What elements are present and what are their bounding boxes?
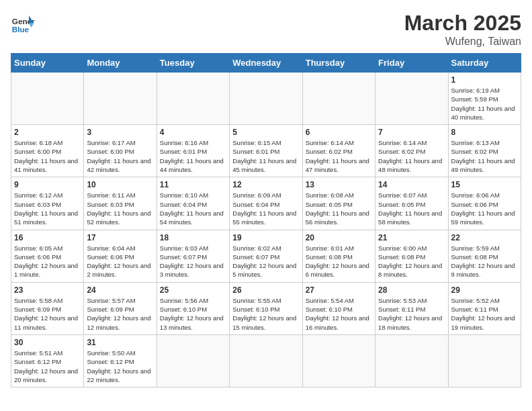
day-info: Sunrise: 6:13 AM Sunset: 6:02 PM Dayligh… — [451, 138, 518, 174]
generalblue-logo-icon: General Blue — [11, 11, 35, 35]
day-number: 8 — [451, 128, 518, 137]
day-info: Sunrise: 6:09 AM Sunset: 6:04 PM Dayligh… — [232, 191, 299, 226]
table-row: 1Sunrise: 6:19 AM Sunset: 5:59 PM Daylig… — [448, 73, 521, 125]
day-number: 17 — [87, 233, 153, 242]
day-info: Sunrise: 5:55 AM Sunset: 6:10 PM Dayligh… — [232, 296, 299, 332]
day-info: Sunrise: 6:14 AM Sunset: 6:02 PM Dayligh… — [378, 138, 445, 174]
header-thursday: Thursday — [302, 54, 375, 73]
table-row: 18Sunrise: 6:03 AM Sunset: 6:07 PM Dayli… — [157, 230, 229, 282]
title-area: March 2025 Wufeng, Taiwan — [404, 11, 521, 48]
day-info: Sunrise: 6:02 AM Sunset: 6:07 PM Dayligh… — [232, 244, 299, 279]
day-number: 5 — [232, 128, 299, 137]
calendar-table: Sunday Monday Tuesday Wednesday Thursday… — [11, 53, 521, 387]
day-number: 22 — [451, 233, 518, 242]
header-wednesday: Wednesday — [230, 54, 302, 73]
table-row: 9Sunrise: 6:12 AM Sunset: 6:03 PM Daylig… — [11, 177, 84, 230]
day-number: 18 — [160, 233, 226, 242]
day-info: Sunrise: 6:00 AM Sunset: 6:08 PM Dayligh… — [378, 244, 445, 279]
day-number: 13 — [306, 180, 372, 189]
table-row: 12Sunrise: 6:09 AM Sunset: 6:04 PM Dayli… — [230, 177, 302, 230]
table-row: 27Sunrise: 5:54 AM Sunset: 6:10 PM Dayli… — [302, 282, 375, 334]
table-row: 30Sunrise: 5:51 AM Sunset: 6:12 PM Dayli… — [11, 334, 84, 387]
day-number: 11 — [160, 180, 226, 189]
table-row: 11Sunrise: 6:10 AM Sunset: 6:04 PM Dayli… — [157, 177, 229, 230]
day-info: Sunrise: 6:11 AM Sunset: 6:03 PM Dayligh… — [87, 191, 153, 226]
calendar-row: 23Sunrise: 5:58 AM Sunset: 6:09 PM Dayli… — [11, 282, 521, 334]
table-row — [448, 334, 521, 387]
day-info: Sunrise: 6:18 AM Sunset: 6:00 PM Dayligh… — [14, 138, 81, 174]
day-number: 21 — [378, 233, 445, 242]
day-info: Sunrise: 5:53 AM Sunset: 6:11 PM Dayligh… — [378, 296, 445, 332]
day-number: 27 — [306, 285, 372, 295]
calendar-row: 30Sunrise: 5:51 AM Sunset: 6:12 PM Dayli… — [11, 334, 521, 387]
day-info: Sunrise: 5:56 AM Sunset: 6:10 PM Dayligh… — [160, 296, 226, 332]
day-info: Sunrise: 5:58 AM Sunset: 6:09 PM Dayligh… — [14, 296, 81, 332]
day-number: 20 — [306, 233, 372, 242]
table-row: 23Sunrise: 5:58 AM Sunset: 6:09 PM Dayli… — [11, 282, 84, 334]
day-number: 6 — [306, 128, 372, 137]
table-row: 8Sunrise: 6:13 AM Sunset: 6:02 PM Daylig… — [448, 125, 521, 177]
day-info: Sunrise: 5:51 AM Sunset: 6:12 PM Dayligh… — [14, 349, 81, 384]
day-number: 31 — [87, 338, 153, 347]
calendar-row: 9Sunrise: 6:12 AM Sunset: 6:03 PM Daylig… — [11, 177, 521, 230]
logo: General Blue — [11, 11, 35, 35]
table-row — [11, 73, 84, 125]
day-number: 7 — [378, 128, 445, 137]
table-row — [375, 73, 448, 125]
table-row: 14Sunrise: 6:07 AM Sunset: 6:05 PM Dayli… — [375, 177, 448, 230]
table-row: 19Sunrise: 6:02 AM Sunset: 6:07 PM Dayli… — [230, 230, 302, 282]
day-info: Sunrise: 5:50 AM Sunset: 6:12 PM Dayligh… — [87, 349, 153, 384]
day-info: Sunrise: 5:52 AM Sunset: 6:11 PM Dayligh… — [451, 296, 518, 332]
day-info: Sunrise: 6:10 AM Sunset: 6:04 PM Dayligh… — [160, 191, 226, 226]
table-row: 13Sunrise: 6:08 AM Sunset: 6:05 PM Dayli… — [302, 177, 375, 230]
day-number: 12 — [232, 180, 299, 189]
table-row — [375, 334, 448, 387]
table-row: 24Sunrise: 5:57 AM Sunset: 6:09 PM Dayli… — [84, 282, 157, 334]
day-number: 24 — [87, 285, 153, 295]
table-row: 10Sunrise: 6:11 AM Sunset: 6:03 PM Dayli… — [84, 177, 157, 230]
day-number: 16 — [14, 233, 81, 242]
calendar-row: 16Sunrise: 6:05 AM Sunset: 6:06 PM Dayli… — [11, 230, 521, 282]
day-number: 10 — [87, 180, 153, 189]
table-row — [157, 334, 229, 387]
weekday-header-row: Sunday Monday Tuesday Wednesday Thursday… — [11, 54, 521, 73]
table-row — [84, 73, 157, 125]
table-row: 5Sunrise: 6:15 AM Sunset: 6:01 PM Daylig… — [230, 125, 302, 177]
table-row: 6Sunrise: 6:14 AM Sunset: 6:02 PM Daylig… — [302, 125, 375, 177]
table-row: 15Sunrise: 6:06 AM Sunset: 6:06 PM Dayli… — [448, 177, 521, 230]
header-saturday: Saturday — [448, 54, 521, 73]
calendar-row: 2Sunrise: 6:18 AM Sunset: 6:00 PM Daylig… — [11, 125, 521, 177]
day-info: Sunrise: 6:14 AM Sunset: 6:02 PM Dayligh… — [306, 138, 372, 174]
day-number: 28 — [378, 285, 445, 295]
table-row: 17Sunrise: 6:04 AM Sunset: 6:06 PM Dayli… — [84, 230, 157, 282]
day-number: 26 — [232, 285, 299, 295]
table-row: 7Sunrise: 6:14 AM Sunset: 6:02 PM Daylig… — [375, 125, 448, 177]
day-info: Sunrise: 6:12 AM Sunset: 6:03 PM Dayligh… — [14, 191, 81, 226]
table-row — [157, 73, 229, 125]
day-info: Sunrise: 6:16 AM Sunset: 6:01 PM Dayligh… — [160, 138, 226, 174]
day-info: Sunrise: 5:59 AM Sunset: 6:08 PM Dayligh… — [451, 244, 518, 279]
day-info: Sunrise: 6:08 AM Sunset: 6:05 PM Dayligh… — [306, 191, 372, 226]
day-number: 25 — [160, 285, 226, 295]
day-number: 30 — [14, 338, 81, 347]
table-row: 21Sunrise: 6:00 AM Sunset: 6:08 PM Dayli… — [375, 230, 448, 282]
day-info: Sunrise: 6:06 AM Sunset: 6:06 PM Dayligh… — [451, 191, 518, 226]
day-number: 14 — [378, 180, 445, 189]
day-info: Sunrise: 6:03 AM Sunset: 6:07 PM Dayligh… — [160, 244, 226, 279]
header-sunday: Sunday — [11, 54, 84, 73]
day-info: Sunrise: 6:19 AM Sunset: 5:59 PM Dayligh… — [451, 86, 518, 122]
table-row — [302, 73, 375, 125]
table-row: 2Sunrise: 6:18 AM Sunset: 6:00 PM Daylig… — [11, 125, 84, 177]
header-tuesday: Tuesday — [157, 54, 229, 73]
svg-text:Blue: Blue — [12, 25, 30, 34]
table-row: 4Sunrise: 6:16 AM Sunset: 6:01 PM Daylig… — [157, 125, 229, 177]
table-row: 3Sunrise: 6:17 AM Sunset: 6:00 PM Daylig… — [84, 125, 157, 177]
table-row — [230, 73, 302, 125]
table-row — [302, 334, 375, 387]
day-number: 1 — [451, 75, 518, 85]
calendar-row: 1Sunrise: 6:19 AM Sunset: 5:59 PM Daylig… — [11, 73, 521, 125]
day-info: Sunrise: 6:07 AM Sunset: 6:05 PM Dayligh… — [378, 191, 445, 226]
day-number: 29 — [451, 285, 518, 295]
table-row — [230, 334, 302, 387]
day-number: 9 — [14, 180, 81, 189]
